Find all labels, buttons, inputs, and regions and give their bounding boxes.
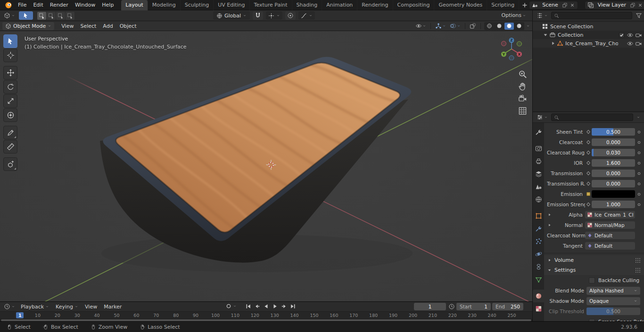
- viewport-menu-item[interactable]: Object: [116, 22, 140, 31]
- dropdown-field[interactable]: Default: [585, 242, 635, 250]
- disclosure-icon[interactable]: [542, 32, 549, 38]
- tab-texture[interactable]: [533, 302, 544, 315]
- properties-filter-button[interactable]: [635, 114, 642, 120]
- color-swatch[interactable]: [592, 190, 635, 198]
- tab-render[interactable]: [533, 142, 544, 155]
- outliner-search-input[interactable]: [561, 13, 629, 19]
- tool-annotate[interactable]: [3, 126, 17, 139]
- animate-decorator[interactable]: [636, 181, 642, 187]
- tab-modifiers[interactable]: [533, 222, 544, 235]
- gizmo-axis-x-negative[interactable]: [502, 41, 506, 46]
- dropdown-field[interactable]: Default: [585, 232, 635, 239]
- disable-in-renders-toggle[interactable]: [635, 40, 642, 47]
- outliner-editor-type-button[interactable]: [535, 11, 549, 20]
- panel-drag-grip[interactable]: [635, 267, 641, 273]
- tab-scene[interactable]: [533, 180, 544, 193]
- animate-decorator[interactable]: [636, 202, 642, 208]
- tab-output[interactable]: [533, 155, 544, 168]
- tool-rotate[interactable]: [3, 80, 17, 94]
- snap-target-dropdown[interactable]: [266, 11, 282, 20]
- tool-transform[interactable]: [3, 108, 17, 122]
- workspace-tab[interactable]: Geometry Nodes: [434, 0, 487, 10]
- workspace-tab[interactable]: Animation: [322, 0, 357, 10]
- node-socket-icon[interactable]: [585, 170, 592, 177]
- node-socket-icon[interactable]: [585, 149, 592, 156]
- animate-decorator[interactable]: [636, 160, 642, 166]
- shading-material-preview[interactable]: [504, 23, 514, 30]
- menu-item[interactable]: Edit: [30, 0, 46, 9]
- unlink-scene-button[interactable]: [570, 2, 575, 8]
- use-preview-range-toggle[interactable]: [448, 303, 455, 310]
- remove-view-layer-button[interactable]: [637, 2, 643, 8]
- disclosure-icon[interactable]: [549, 40, 557, 47]
- options-dropdown[interactable]: Options: [500, 11, 528, 19]
- shadow-mode-dropdown[interactable]: Opaque: [586, 297, 640, 305]
- animate-decorator[interactable]: [636, 139, 642, 146]
- camera-view-button[interactable]: [518, 94, 527, 103]
- timeline-ruler[interactable]: 1020304050607080901001101201301401501601…: [0, 311, 532, 319]
- current-frame-field[interactable]: 1: [414, 303, 446, 310]
- texture-field[interactable]: Ice_Cream_1_Choc...: [585, 211, 635, 219]
- select-mode-extend[interactable]: [47, 12, 56, 20]
- value-field[interactable]: 1.600: [592, 159, 635, 167]
- clip-threshold-slider[interactable]: 0.500: [586, 308, 640, 315]
- outliner-search[interactable]: [551, 12, 632, 19]
- tab-view-layer[interactable]: [533, 168, 544, 180]
- tab-particles[interactable]: [533, 235, 544, 248]
- value-slider[interactable]: 0.000: [592, 138, 635, 146]
- frame-start-field[interactable]: Start 1: [456, 303, 491, 310]
- select-mode-set[interactable]: [37, 12, 46, 20]
- playhead[interactable]: 1: [16, 312, 24, 318]
- editor-type-button[interactable]: [2, 11, 17, 20]
- workspace-tab[interactable]: Scripting: [487, 0, 519, 10]
- shading-rendered[interactable]: [514, 23, 524, 30]
- workspace-tab[interactable]: Rendering: [357, 0, 393, 10]
- settings-panel-header[interactable]: Settings: [544, 265, 644, 275]
- view-layer-selector[interactable]: View Layer: [585, 1, 644, 9]
- texture-field[interactable]: Normal/Map: [585, 221, 635, 229]
- blender-menu-button[interactable]: [5, 1, 12, 9]
- tool-select-box[interactable]: [3, 34, 17, 48]
- properties-editor-type-button[interactable]: [535, 113, 549, 121]
- shading-wireframe[interactable]: [485, 23, 494, 30]
- select-mode-intersect[interactable]: [66, 12, 74, 20]
- timeline-menu-item[interactable]: Playback: [17, 303, 52, 311]
- timeline-menu-item[interactable]: Marker: [100, 303, 125, 311]
- xray-toggle[interactable]: [469, 22, 477, 30]
- properties-search[interactable]: [551, 113, 633, 121]
- node-socket-icon[interactable]: [585, 180, 592, 187]
- shading-solid[interactable]: [495, 23, 504, 30]
- gizmo-axis-z-negative[interactable]: [509, 56, 514, 60]
- add-view-layer-button[interactable]: [630, 2, 636, 8]
- tab-tool[interactable]: [533, 126, 544, 138]
- selectable-checkbox[interactable]: [618, 32, 625, 39]
- workspace-tab[interactable]: Shading: [292, 0, 322, 10]
- value-slider[interactable]: 0.000: [592, 170, 635, 177]
- outliner-row[interactable]: Ice_Cream_Tray_Chocola: [533, 39, 644, 48]
- new-scene-button[interactable]: [562, 2, 568, 8]
- menu-item[interactable]: File: [15, 0, 30, 9]
- workspace-tab[interactable]: Layout: [121, 0, 148, 10]
- active-tool-button[interactable]: [19, 11, 33, 20]
- shading-options-chevron-icon[interactable]: [526, 24, 530, 28]
- animate-decorator[interactable]: [636, 129, 642, 135]
- tool-scale[interactable]: [3, 94, 17, 108]
- disable-in-renders-toggle[interactable]: [635, 32, 642, 39]
- menu-item[interactable]: Help: [99, 0, 117, 9]
- tab-material[interactable]: [533, 290, 544, 302]
- panel-drag-grip[interactable]: [635, 258, 641, 263]
- 3d-scene[interactable]: [0, 31, 532, 301]
- timeline-editor-type-button[interactable]: [2, 302, 17, 311]
- tab-object-data[interactable]: [533, 273, 544, 286]
- tool-move[interactable]: [3, 66, 17, 80]
- viewport-menu-item[interactable]: Add: [99, 22, 116, 31]
- select-mode-subtract[interactable]: [56, 12, 65, 20]
- animate-decorator[interactable]: [636, 150, 642, 156]
- animate-decorator[interactable]: [636, 191, 642, 197]
- workspace-tab[interactable]: Compositing: [393, 0, 435, 10]
- object-visibility-dropdown[interactable]: [414, 22, 427, 30]
- volume-panel-header[interactable]: Volume: [544, 255, 644, 265]
- value-slider[interactable]: 0.500: [592, 128, 635, 136]
- previous-keyframe-button[interactable]: [253, 303, 261, 310]
- toggle-projection-button[interactable]: [518, 106, 527, 115]
